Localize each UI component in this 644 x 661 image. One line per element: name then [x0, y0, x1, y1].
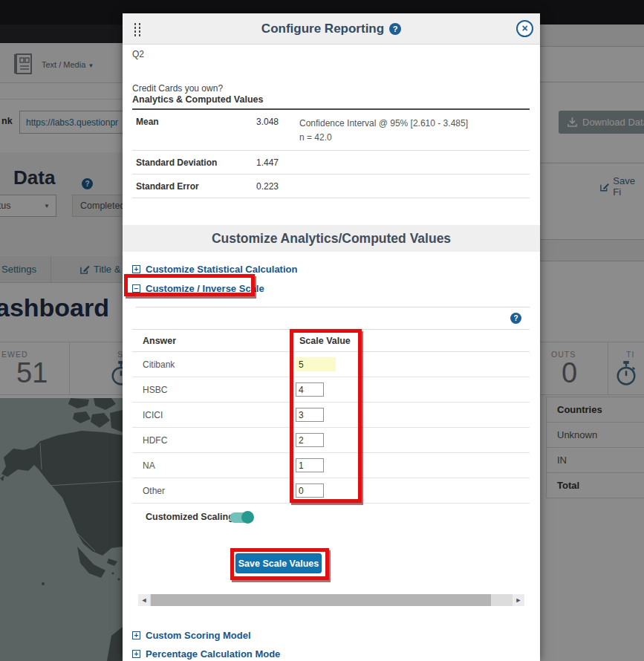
table-row: Standard Error 0.223 — [132, 175, 530, 198]
stat-label: Standard Error — [136, 181, 256, 192]
analytics-heading: Analytics & Computed Values — [132, 94, 263, 105]
answer-label: HSBC — [143, 385, 167, 395]
expand-icon[interactable]: + — [132, 650, 140, 658]
answer-label: Citibank — [143, 359, 175, 370]
table-row: HSBC — [132, 377, 530, 403]
expand-icon[interactable]: + — [132, 265, 140, 273]
customize-statistical-link[interactable]: + Customize Statistical Calculation — [132, 264, 297, 275]
scale-value-input-hdfc[interactable] — [296, 433, 324, 447]
stat-value: 3.048 — [256, 117, 299, 144]
table-row: Other — [132, 478, 530, 504]
expand-icon[interactable]: + — [132, 631, 140, 639]
customize-section-heading: Customize Analytics/Computed Values — [123, 225, 540, 252]
scale-value-input-na[interactable] — [296, 458, 324, 472]
toggle-knob — [241, 511, 254, 524]
scale-value-input-citibank[interactable] — [296, 357, 336, 371]
scroll-right-icon[interactable]: ► — [513, 594, 524, 606]
help-icon[interactable]: ? — [389, 23, 401, 35]
answer-label: ICICI — [143, 410, 163, 420]
horizontal-scrollbar[interactable]: ◄ ► — [138, 594, 524, 606]
scroll-left-icon[interactable]: ◄ — [138, 594, 150, 606]
scale-value-table: Answer Scale Value Citibank HSBC ICICI H… — [132, 329, 530, 504]
stat-label: Mean — [136, 117, 256, 144]
stat-value: 0.223 — [256, 181, 299, 192]
table-row: NA — [132, 453, 530, 478]
stat-value: 1.447 — [256, 157, 299, 168]
question-code: Q2 — [132, 49, 144, 59]
table-row: Citibank — [132, 352, 530, 377]
percentage-calculation-mode-link[interactable]: + Percentage Calculation Mode — [132, 648, 280, 660]
table-header-row: Answer Scale Value — [132, 330, 530, 352]
stat-detail: Confidence Interval @ 95% [2.610 - 3.485… — [299, 117, 530, 144]
scale-value-input-icici[interactable] — [296, 408, 324, 422]
divider — [136, 307, 530, 307]
customized-scaling-toggle[interactable] — [230, 512, 252, 523]
save-scale-values-button[interactable]: Save Scale Values — [235, 553, 322, 573]
answer-label: Other — [143, 486, 165, 496]
table-row: Standard Deviation 1.447 — [132, 151, 530, 175]
configure-reporting-modal: Configure Reporting ? × Q2 Credit Cards … — [123, 13, 540, 661]
answer-column-header: Answer — [143, 336, 176, 346]
custom-scoring-model-link[interactable]: + Custom Scoring Model — [132, 630, 251, 641]
scale-value-input-hsbc[interactable] — [296, 382, 324, 397]
collapse-icon[interactable]: − — [132, 284, 140, 293]
scrollbar-track[interactable] — [150, 594, 513, 606]
scale-value-input-other[interactable] — [296, 483, 324, 498]
answer-label: HDFC — [143, 435, 167, 446]
scrollbar-thumb[interactable] — [151, 594, 491, 606]
close-icon[interactable]: × — [516, 20, 533, 37]
stat-label: Standard Deviation — [136, 157, 256, 168]
table-row: ICICI — [132, 403, 530, 428]
modal-title: Configure Reporting ? — [123, 13, 540, 45]
analytics-table: Mean 3.048 Confidence Interval @ 95% [2.… — [132, 108, 530, 198]
customize-inverse-scale-link[interactable]: − Customize / Inverse Scale — [132, 283, 264, 294]
page: Text / Media ▼ nk Download Data Save Fi … — [0, 0, 644, 661]
table-row: HDFC — [132, 428, 530, 453]
scale-value-column-header: Scale Value — [299, 336, 351, 346]
question-text: Credit Cards you own? — [132, 83, 223, 94]
answer-label: NA — [143, 460, 155, 471]
customized-scaling-label: Customized Scaling — [146, 512, 234, 522]
help-icon[interactable]: ? — [510, 313, 521, 324]
table-row: Mean 3.048 Confidence Interval @ 95% [2.… — [132, 110, 530, 151]
